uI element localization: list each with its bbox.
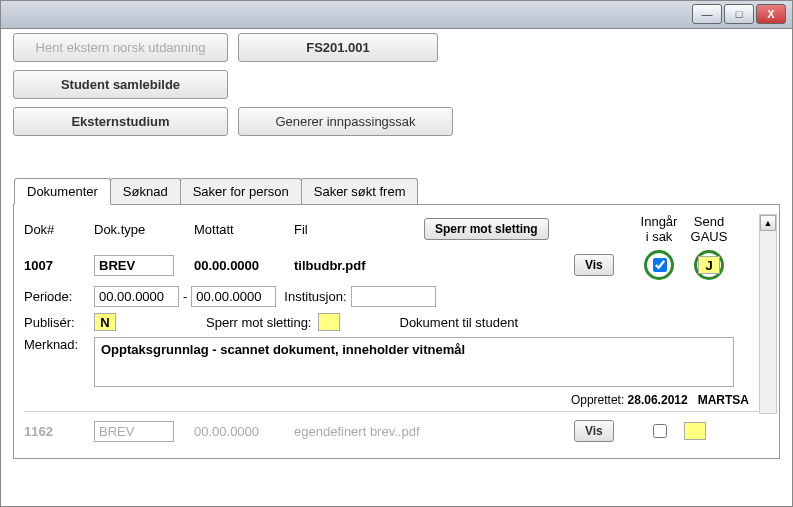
tab-soknad[interactable]: Søknad <box>110 178 181 204</box>
doc2-mottatt: 00.00.0000 <box>194 424 294 439</box>
merknad-label: Merknad: <box>24 337 88 352</box>
send-gaus-value-2[interactable] <box>684 422 706 440</box>
dokument-til-student-label: Dokument til student <box>400 315 519 330</box>
merknad-row: Merknad: Opptaksgrunnlag - scannet dokum… <box>24 337 769 387</box>
doc-type-input[interactable] <box>94 255 174 276</box>
inngar-isak-checkbox[interactable] <box>653 258 667 272</box>
tab-saker-person[interactable]: Saker for person <box>180 178 302 204</box>
send-gaus-highlight: J <box>694 250 724 280</box>
maximize-button[interactable]: □ <box>724 4 754 24</box>
app-window: — □ X Hent ekstern norsk utdanning FS201… <box>0 0 793 507</box>
hent-ekstern-button[interactable]: Hent ekstern norsk utdanning <box>13 33 228 62</box>
inngar-isak-highlight <box>644 250 674 280</box>
institusjon-label: Institusjon: <box>284 289 346 304</box>
tab-content: ▲ Dok# Dok.type Mottatt Fil Sperr mot sl… <box>14 204 779 458</box>
header-inngar-isak: Inngår i sak <box>634 214 684 244</box>
sperr-mot-sletting-label: Sperr mot sletting: <box>206 315 312 330</box>
header-fil: Fil <box>294 222 424 237</box>
periode-to-input[interactable] <box>191 286 276 307</box>
opprettet-user: MARTSA <box>698 393 749 407</box>
content-area: Hent ekstern norsk utdanning FS201.001 S… <box>1 1 792 471</box>
periode-from-input[interactable] <box>94 286 179 307</box>
close-button[interactable]: X <box>756 4 786 24</box>
minimize-button[interactable]: — <box>692 4 722 24</box>
doc-mottatt: 00.00.0000 <box>194 258 294 273</box>
opprettet-footer: Opprettet: 28.06.2012 MARTSA <box>24 393 769 407</box>
periode-row: Periode: - Institusjon: <box>24 286 769 307</box>
opprettet-date: 28.06.2012 <box>628 393 688 407</box>
send-gaus-value[interactable]: J <box>698 256 720 274</box>
header-doktype: Dok.type <box>94 222 194 237</box>
inngar-isak-checkbox-2[interactable] <box>653 424 667 438</box>
periode-label: Periode: <box>24 289 88 304</box>
publiser-row: Publisér: N Sperr mot sletting: Dokument… <box>24 313 769 331</box>
tab-dokumenter[interactable]: Dokumenter <box>14 178 111 205</box>
titlebar: — □ X <box>1 1 792 29</box>
doc-fil: tilbudbr.pdf <box>294 258 424 273</box>
generer-innpassingssak-button[interactable]: Generer innpassingssak <box>238 107 453 136</box>
doc-number: 1007 <box>24 258 94 273</box>
tab-saker-sokt[interactable]: Saker søkt frem <box>301 178 419 204</box>
vis-button-2[interactable]: Vis <box>574 420 614 442</box>
institusjon-input[interactable] <box>351 286 436 307</box>
vis-button[interactable]: Vis <box>574 254 614 276</box>
scroll-up-icon[interactable]: ▲ <box>760 215 776 231</box>
publiser-label: Publisér: <box>24 315 88 330</box>
sperr-value[interactable] <box>318 313 340 331</box>
doc2-type-input[interactable] <box>94 421 174 442</box>
student-samlebilde-button[interactable]: Student samlebilde <box>13 70 228 99</box>
merknad-textarea[interactable]: Opptaksgrunnlag - scannet dokument, inne… <box>94 337 734 387</box>
publiser-value[interactable]: N <box>94 313 116 331</box>
sperr-mot-sletting-button[interactable]: Sperr mot sletting <box>424 218 549 240</box>
periode-dash: - <box>183 289 187 304</box>
header-send-gaus: Send GAUS <box>684 214 734 244</box>
header-mottatt: Mottatt <box>194 222 294 237</box>
opprettet-label: Opprettet: <box>571 393 624 407</box>
scrollbar[interactable]: ▲ <box>759 214 777 414</box>
document-row: 1007 00.00.0000 tilbudbr.pdf Vis J <box>24 250 769 280</box>
header-dok: Dok# <box>24 222 94 237</box>
document-row-next: 1162 00.00.0000 egendefinert brev..pdf V… <box>24 411 769 442</box>
tabs-container: Dokumenter Søknad Saker for person Saker… <box>13 204 780 459</box>
fs201-button[interactable]: FS201.001 <box>238 33 438 62</box>
doc2-number: 1162 <box>24 424 94 439</box>
eksternstudium-button[interactable]: Eksternstudium <box>13 107 228 136</box>
doc2-fil: egendefinert brev..pdf <box>294 424 494 439</box>
